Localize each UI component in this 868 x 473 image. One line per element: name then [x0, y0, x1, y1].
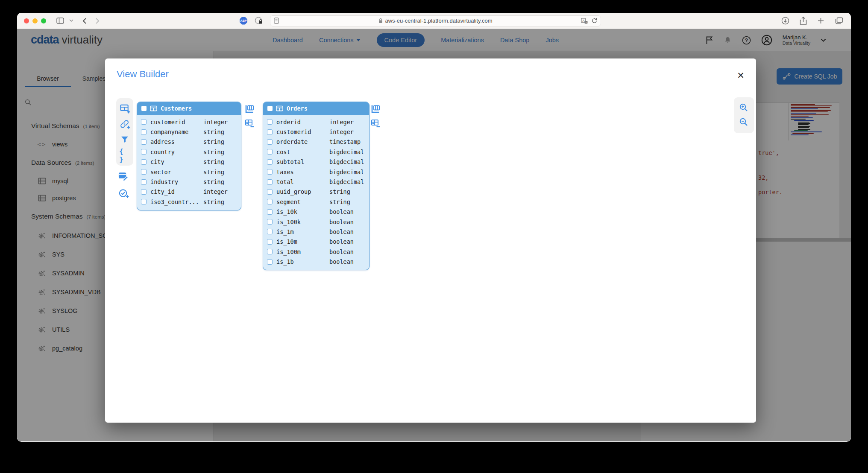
column-checkbox[interactable] — [267, 119, 273, 125]
column-name: orderdate — [276, 138, 308, 145]
column-name: orderid — [276, 119, 301, 126]
traffic-lights — [24, 18, 46, 23]
collapse-table-icon[interactable] — [244, 118, 255, 128]
column-checkbox[interactable] — [141, 149, 147, 155]
column-type: string — [203, 178, 224, 185]
table-checkbox[interactable] — [141, 106, 147, 111]
column-checkbox[interactable] — [267, 249, 273, 254]
table-icon — [150, 105, 157, 111]
column-checkbox[interactable] — [141, 179, 147, 185]
table-card-body: orderidintegercustomeridintegerorderdate… — [263, 115, 369, 270]
column-checkbox[interactable] — [267, 179, 273, 185]
new-tab-icon[interactable] — [817, 17, 824, 24]
reload-icon[interactable] — [591, 18, 598, 24]
column-checkbox[interactable] — [141, 189, 147, 195]
fullscreen-window-button[interactable] — [41, 18, 46, 23]
column-name: customerid — [276, 128, 311, 135]
minimize-window-button[interactable] — [32, 18, 38, 23]
column-type: integer — [203, 188, 228, 195]
table-card-customers: Customerscustomeridintegercompanynamestr… — [137, 102, 241, 210]
column-checkbox[interactable] — [141, 129, 147, 135]
column-checkbox[interactable] — [267, 159, 273, 165]
table-icon — [276, 105, 283, 111]
column-name: is_100m — [276, 248, 301, 255]
column-checkbox[interactable] — [267, 259, 273, 265]
forward-button[interactable] — [95, 18, 100, 24]
view-builder-toolbar-extra — [118, 170, 129, 199]
column-row-companyname: companynamestring — [137, 127, 241, 137]
privacy-extension-icon[interactable] — [255, 17, 263, 25]
tab-overview-icon[interactable] — [835, 17, 843, 25]
table-card-body: customeridintegercompanynamestringaddres… — [137, 115, 241, 210]
column-name: uuid_group — [276, 188, 311, 195]
column-row-is_100m: is_100mboolean — [263, 247, 369, 257]
column-checkbox[interactable] — [267, 149, 273, 155]
column-name: address — [150, 138, 175, 145]
column-checkbox[interactable] — [267, 199, 273, 204]
column-row-is_1m: is_1mboolean — [263, 227, 369, 236]
column-row-address: addressstring — [137, 137, 241, 147]
column-type: string — [203, 149, 224, 155]
filter-icon[interactable] — [119, 134, 130, 145]
zoom-out-icon[interactable] — [739, 117, 750, 128]
close-icon[interactable]: ✕ — [735, 70, 747, 82]
table-checkbox[interactable] — [267, 106, 273, 111]
table-card-header[interactable]: Customers — [137, 102, 241, 115]
validate-check-icon[interactable] — [118, 188, 129, 199]
add-join-icon[interactable] — [119, 119, 130, 130]
column-row-country: countrystring — [137, 147, 241, 157]
add-table-icon[interactable] — [119, 103, 130, 114]
table-card-header[interactable]: Orders — [263, 102, 369, 115]
close-window-button[interactable] — [24, 18, 29, 23]
column-checkbox[interactable] — [267, 169, 273, 175]
collapse-table-icon[interactable] — [370, 118, 381, 128]
column-row-is_100k: is_100kboolean — [263, 217, 369, 227]
edit-view-icon[interactable] — [118, 170, 129, 181]
column-name: subtotal — [276, 158, 304, 165]
column-type: integer — [329, 119, 354, 126]
column-type: string — [329, 199, 350, 205]
column-checkbox[interactable] — [141, 139, 147, 145]
column-row-iso3_countr: iso3_countr...string — [137, 197, 241, 207]
column-type: bigdecimal — [329, 158, 364, 165]
sidebar-toggle-icon[interactable] — [56, 18, 64, 24]
column-row-is_10m: is_10mboolean — [263, 237, 369, 247]
share-icon[interactable] — [800, 17, 807, 25]
show-columns-icon[interactable] — [370, 104, 381, 114]
downloads-icon[interactable] — [781, 17, 789, 25]
column-type: boolean — [329, 248, 354, 255]
column-row-segment: segmentstring — [263, 197, 369, 207]
column-row-cost: costbigdecimal — [263, 147, 369, 157]
zoom-in-icon[interactable] — [739, 102, 750, 114]
column-row-city: citystring — [137, 157, 241, 167]
column-checkbox[interactable] — [267, 229, 273, 234]
column-checkbox[interactable] — [267, 219, 273, 225]
column-name: is_1b — [276, 258, 294, 265]
column-checkbox[interactable] — [267, 139, 273, 145]
column-checkbox[interactable] — [141, 119, 147, 125]
column-checkbox[interactable] — [141, 199, 147, 204]
column-checkbox[interactable] — [267, 209, 273, 215]
sidebar-chevron-icon[interactable] — [69, 19, 73, 22]
column-checkbox[interactable] — [267, 239, 273, 245]
adblock-extension-icon[interactable]: ABP — [240, 17, 247, 25]
column-checkbox[interactable] — [267, 129, 273, 135]
column-checkbox[interactable] — [267, 189, 273, 195]
address-bar[interactable]: aws-eu-central-1.platform.datavirtuality… — [270, 15, 601, 26]
column-checkbox[interactable] — [141, 159, 147, 165]
expression-icon[interactable]: { } — [119, 150, 130, 161]
column-row-uuid_group: uuid_groupstring — [263, 187, 369, 197]
customers-card-actions — [244, 104, 255, 128]
back-button[interactable] — [82, 18, 87, 24]
column-name: taxes — [276, 169, 294, 175]
show-columns-icon[interactable] — [244, 104, 255, 114]
column-type: boolean — [329, 238, 354, 245]
column-row-industry: industrystring — [137, 177, 241, 187]
column-type: bigdecimal — [329, 149, 364, 155]
column-row-is_10k: is_10kboolean — [263, 207, 369, 217]
translate-icon[interactable]: Ax — [581, 18, 588, 24]
column-row-customerid: customeridinteger — [263, 127, 369, 137]
column-name: city_id — [150, 188, 175, 195]
column-checkbox[interactable] — [141, 169, 147, 175]
column-row-city_id: city_idinteger — [137, 187, 241, 197]
